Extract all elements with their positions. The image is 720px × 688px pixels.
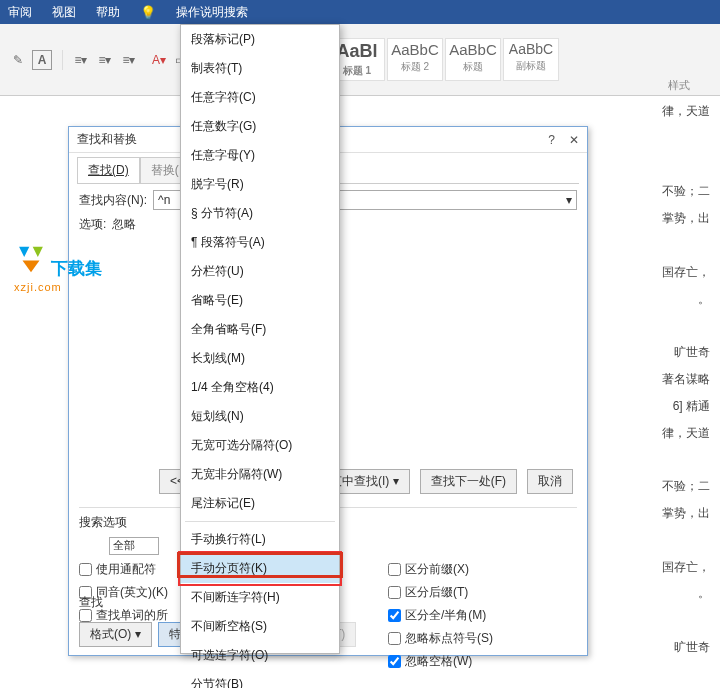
mi-nb-space[interactable]: 不间断空格(S) xyxy=(181,612,339,641)
mi-nb-hyphen[interactable]: 不间断连字符(H) xyxy=(181,583,339,612)
tell-me-search[interactable]: 操作说明搜索 xyxy=(176,4,248,21)
mi-any-char[interactable]: 任意字符(C) xyxy=(181,83,339,112)
tab-review[interactable]: 审阅 xyxy=(8,4,32,21)
mi-section[interactable]: § 分节符(A) xyxy=(181,199,339,228)
mi-section-break[interactable]: 分节符(B) xyxy=(181,670,339,688)
special-format-menu: 段落标记(P) 制表符(T) 任意字符(C) 任意数字(G) 任意字母(Y) 脱… xyxy=(180,24,340,654)
bullets-icon[interactable]: ≡▾ xyxy=(71,50,91,70)
style-subtitle[interactable]: AaBbC副标题 xyxy=(503,38,559,81)
format-button[interactable]: 格式(O) ▾ xyxy=(79,622,152,647)
clear-format-icon[interactable]: ✎ xyxy=(8,50,28,70)
chk-prefix[interactable]: 区分前缀(X) xyxy=(388,561,577,578)
chevron-down-icon[interactable]: ▾ xyxy=(566,193,572,207)
find-what-label: 查找内容(N): xyxy=(79,192,147,209)
mi-any-letter[interactable]: 任意字母(Y) xyxy=(181,141,339,170)
style-h2[interactable]: AaBbC标题 2 xyxy=(387,38,443,81)
mi-any-digit[interactable]: 任意数字(G) xyxy=(181,112,339,141)
options-value: 忽略 xyxy=(112,216,136,233)
chk-space[interactable]: 忽略空格(W) xyxy=(388,653,577,670)
find-section-label: 查找 xyxy=(79,594,103,611)
mi-full-ellipsis[interactable]: 全角省略号(F) xyxy=(181,315,339,344)
mi-endnote-mark[interactable]: 尾注标记(E) xyxy=(181,489,339,518)
options-label: 选项: xyxy=(79,216,106,233)
mi-ellipsis[interactable]: 省略号(E) xyxy=(181,286,339,315)
char-border-icon[interactable]: A xyxy=(32,50,52,70)
numbering-icon[interactable]: ≡▾ xyxy=(95,50,115,70)
mi-manual-line[interactable]: 手动换行符(L) xyxy=(181,525,339,554)
mi-emdash[interactable]: 长划线(M) xyxy=(181,344,339,373)
dialog-title: 查找和替换 xyxy=(77,131,137,148)
tab-find[interactable]: 查找(D) xyxy=(77,157,140,183)
chk-suffix[interactable]: 区分后缀(T) xyxy=(388,584,577,601)
help-icon[interactable]: ? xyxy=(548,133,555,147)
cancel-button[interactable]: 取消 xyxy=(527,469,573,494)
mi-para-mark[interactable]: 段落标记(P) xyxy=(181,25,339,54)
mi-opt-break[interactable]: 无宽可选分隔符(O) xyxy=(181,431,339,460)
mi-quarter-em[interactable]: 1/4 全角空格(4) xyxy=(181,373,339,402)
svg-marker-0 xyxy=(19,247,29,257)
menu-sep xyxy=(185,521,335,522)
chk-punct[interactable]: 忽略标点符号(S) xyxy=(388,630,577,647)
close-icon[interactable]: ✕ xyxy=(569,133,579,147)
mi-para-symbol[interactable]: ¶ 段落符号(A) xyxy=(181,228,339,257)
style-title[interactable]: AaBbC标题 xyxy=(445,38,501,81)
mi-endash[interactable]: 短划线(N) xyxy=(181,402,339,431)
chk-fullhalf[interactable]: 区分全/半角(M) xyxy=(388,607,577,624)
tab-help[interactable]: 帮助 xyxy=(96,4,120,21)
mi-nowidth-nobreak[interactable]: 无宽非分隔符(W) xyxy=(181,460,339,489)
lightbulb-icon: 💡 xyxy=(140,5,156,20)
search-direction[interactable]: 全部 xyxy=(109,537,159,555)
mi-caret[interactable]: 脱字号(R) xyxy=(181,170,339,199)
mi-opt-hyphen[interactable]: 可选连字符(O) xyxy=(181,641,339,670)
find-next-button[interactable]: 查找下一处(F) xyxy=(420,469,517,494)
mi-column-break[interactable]: 分栏符(U) xyxy=(181,257,339,286)
multilevel-icon[interactable]: ≡▾ xyxy=(119,50,139,70)
mi-manual-page-break[interactable]: 手动分页符(K) xyxy=(181,554,339,583)
tab-view[interactable]: 视图 xyxy=(52,4,76,21)
styles-label: 样式 xyxy=(668,78,690,93)
mi-tab[interactable]: 制表符(T) xyxy=(181,54,339,83)
font-color-icon[interactable]: A▾ xyxy=(149,50,169,70)
